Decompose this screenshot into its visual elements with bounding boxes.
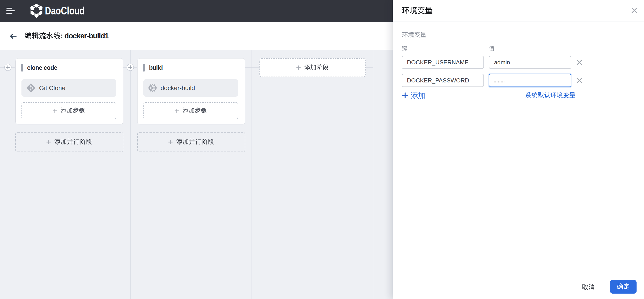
- svg-text:DaoCloud: DaoCloud: [45, 4, 85, 17]
